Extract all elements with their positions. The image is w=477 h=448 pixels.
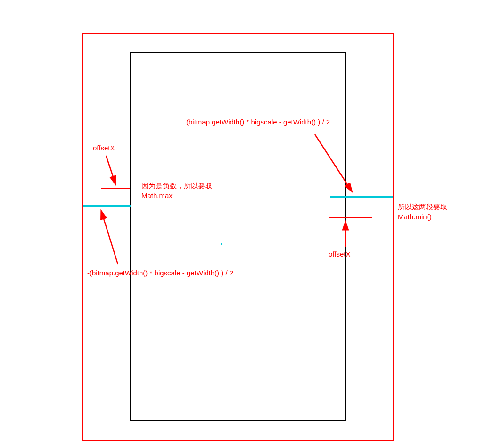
explanation-right-line2: Math.min() [398,213,432,221]
inner-rectangle [130,52,346,421]
explanation-right-line1: 所以这两段要取 [398,203,447,211]
right-cyan-segment [330,196,393,198]
offsetx-right-label: offsetX [329,249,350,259]
cyan-dot [221,243,222,245]
offsetx-left-label: offsetX [93,143,115,153]
explanation-left: 因为是负数，所以要取 Math.max [141,181,212,200]
explanation-left-line2: Math.max [141,191,173,199]
right-red-segment [329,217,372,218]
left-cyan-segment [83,205,131,207]
explanation-right: 所以这两段要取 Math.min() [398,202,447,222]
formula-negative-label: -(bitmap.getWidth() * bigscale - getWidt… [87,268,233,278]
explanation-left-line1: 因为是负数，所以要取 [141,182,212,190]
left-red-segment [101,188,130,189]
formula-top-label: (bitmap.getWidth() * bigscale - getWidth… [186,117,330,127]
